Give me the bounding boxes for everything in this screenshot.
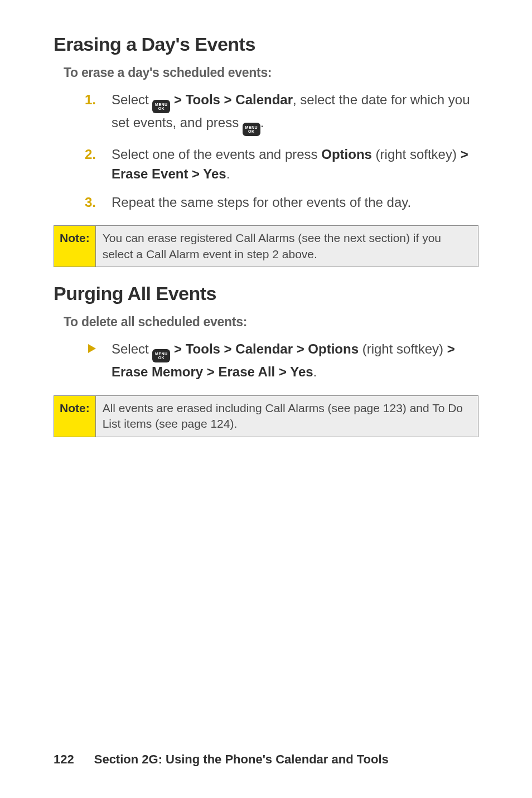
page-footer: 122Section 2G: Using the Phone's Calenda… <box>54 752 389 767</box>
subheading-erase: To erase a day's scheduled events: <box>64 65 478 80</box>
menu-ok-icon: MENUOK <box>152 100 170 113</box>
page-number: 122 <box>54 752 74 766</box>
step2-text-c: (right softkey) <box>372 147 461 162</box>
page: Erasing a Day's Events To erase a day's … <box>0 0 532 798</box>
step-1: Select MENUOK > Tools > Calendar, select… <box>85 90 478 136</box>
step-2: Select one of the events and press Optio… <box>85 145 478 184</box>
note-content: You can erase registered Call Alarms (se… <box>96 226 478 267</box>
subheading-purge: To delete all scheduled events: <box>64 315 478 330</box>
bullet-text-a: Select <box>112 341 152 356</box>
note-label: Note: <box>54 396 96 437</box>
footer-section-label: Section 2G: Using the Phone's Calendar a… <box>94 752 389 766</box>
step1-text-a: Select <box>112 92 152 107</box>
note-box-1: Note: You can erase registered Call Alar… <box>54 225 478 267</box>
note-content: All events are erased including Call Ala… <box>96 396 478 437</box>
step3-text: Repeat the same steps for other events o… <box>112 195 411 210</box>
heading-erasing: Erasing a Day's Events <box>54 33 478 55</box>
heading-purging: Purging All Events <box>54 283 478 304</box>
menu-ok-icon: MENUOK <box>243 123 260 136</box>
bullet-text-c: (right softkey) <box>359 341 447 356</box>
bullet-1: Select MENUOK > Tools > Calendar > Optio… <box>85 340 478 382</box>
menu-ok-icon: MENUOK <box>152 349 170 362</box>
bullet-text-e: . <box>313 364 317 379</box>
step-3: Repeat the same steps for other events o… <box>85 193 478 212</box>
step2-text-b: Options <box>321 147 372 162</box>
bullet-list-purge: Select MENUOK > Tools > Calendar > Optio… <box>54 340 478 382</box>
note-label: Note: <box>54 226 96 267</box>
bullet-text-b: > Tools > Calendar > Options <box>170 341 359 356</box>
step1-text-b: > Tools > Calendar <box>170 92 293 107</box>
step1-text-d: . <box>260 115 264 130</box>
step2-text-a: Select one of the events and press <box>112 147 321 162</box>
step2-text-e: . <box>226 166 230 181</box>
note-box-2: Note: All events are erased including Ca… <box>54 395 478 437</box>
steps-list-erase: Select MENUOK > Tools > Calendar, select… <box>54 90 478 212</box>
